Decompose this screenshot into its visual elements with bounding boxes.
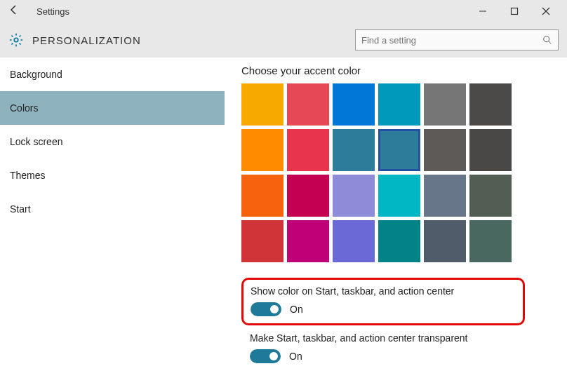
color-swatch[interactable] <box>241 129 284 171</box>
window-controls <box>467 0 561 22</box>
sidebar-item-themes[interactable]: Themes <box>0 158 225 192</box>
show-color-label: Show color on Start, taskbar, and action… <box>251 285 516 297</box>
color-swatch[interactable] <box>378 220 420 262</box>
sidebar: Background Colors Lock screen Themes Sta… <box>0 58 225 392</box>
color-swatch[interactable] <box>378 175 420 217</box>
header: PERSONALIZATION <box>0 22 567 58</box>
search-input[interactable] <box>361 35 542 46</box>
color-swatch[interactable] <box>469 175 512 217</box>
sidebar-item-label: Lock screen <box>10 136 62 147</box>
sidebar-item-label: Background <box>10 69 62 80</box>
show-color-toggle[interactable] <box>251 302 281 316</box>
transparent-label: Make Start, taskbar, and action center t… <box>250 332 553 344</box>
sidebar-item-label: Start <box>10 203 31 215</box>
minimize-button[interactable] <box>467 0 498 22</box>
search-icon <box>542 35 552 45</box>
sidebar-item-label: Themes <box>10 170 46 181</box>
color-swatch[interactable] <box>287 175 329 217</box>
content-panel: Choose your accent color Show color on S… <box>225 58 567 392</box>
color-swatch[interactable] <box>424 83 466 126</box>
transparent-toggle[interactable] <box>250 349 281 363</box>
sidebar-item-background[interactable]: Background <box>0 58 225 91</box>
search-box[interactable] <box>355 29 559 50</box>
accent-color-title: Choose your accent color <box>241 65 553 76</box>
color-swatch[interactable] <box>287 220 329 262</box>
transparent-state: On <box>289 351 302 362</box>
close-button[interactable] <box>530 0 561 22</box>
sidebar-item-lock-screen[interactable]: Lock screen <box>0 125 225 158</box>
color-swatch[interactable] <box>469 220 512 262</box>
color-swatch[interactable] <box>333 175 375 217</box>
color-swatch[interactable] <box>378 83 420 126</box>
svg-line-6 <box>549 41 552 44</box>
category-title: PERSONALIZATION <box>32 34 355 46</box>
color-swatch[interactable] <box>333 129 375 171</box>
color-swatch[interactable] <box>287 129 329 171</box>
svg-point-4 <box>14 38 18 42</box>
color-swatch[interactable] <box>241 83 284 126</box>
show-color-state: On <box>290 304 303 315</box>
color-swatch[interactable] <box>469 129 512 171</box>
color-swatch[interactable] <box>469 83 512 126</box>
color-swatch[interactable] <box>333 83 375 126</box>
color-swatch[interactable] <box>378 129 420 171</box>
gear-icon <box>8 32 24 48</box>
sidebar-item-start[interactable]: Start <box>0 192 225 226</box>
color-swatch[interactable] <box>424 129 466 171</box>
highlighted-setting: Show color on Start, taskbar, and action… <box>241 278 525 325</box>
color-swatch[interactable] <box>424 175 466 217</box>
color-swatch[interactable] <box>287 83 329 126</box>
color-swatch[interactable] <box>241 175 284 217</box>
color-swatch[interactable] <box>241 220 284 262</box>
window-title: Settings <box>36 6 467 17</box>
svg-point-5 <box>544 36 549 42</box>
color-swatch[interactable] <box>424 220 466 262</box>
titlebar: Settings <box>0 0 567 22</box>
color-swatch[interactable] <box>333 220 375 262</box>
svg-rect-1 <box>511 8 517 15</box>
color-swatch-grid <box>241 83 553 262</box>
back-button[interactable] <box>6 4 22 18</box>
maximize-button[interactable] <box>498 0 530 22</box>
sidebar-item-label: Colors <box>10 102 38 114</box>
sidebar-item-colors[interactable]: Colors <box>0 91 225 125</box>
